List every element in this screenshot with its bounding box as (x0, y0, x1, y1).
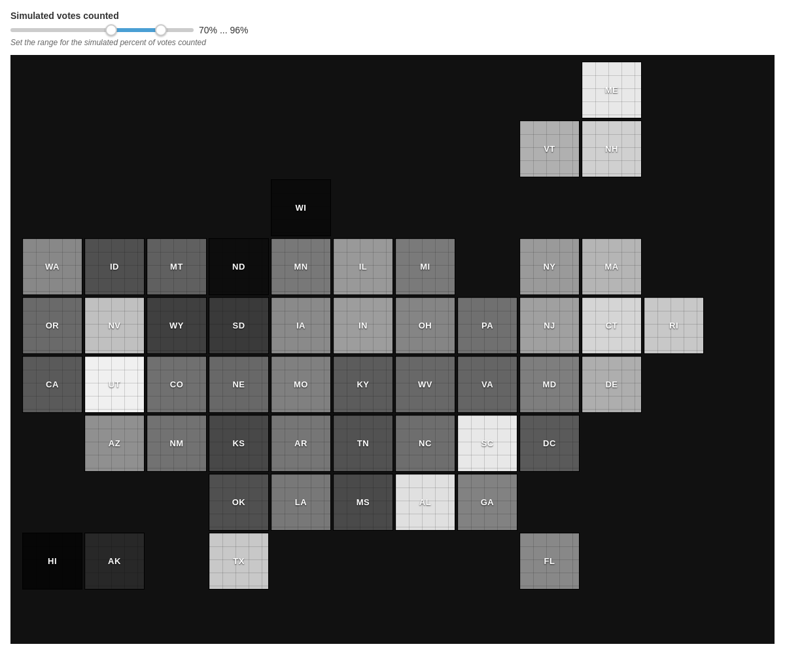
state-label-de: DE (605, 380, 618, 389)
state-ut[interactable]: UT (84, 356, 145, 413)
state-de[interactable]: DE (582, 356, 642, 413)
state-ct[interactable]: CT (582, 297, 642, 354)
state-label-ks: KS (232, 438, 245, 448)
state-label-la: LA (295, 497, 307, 507)
controls-title: Simulated votes counted (10, 10, 775, 21)
state-mo[interactable]: MO (271, 356, 331, 413)
state-label-mt: MT (170, 262, 183, 272)
state-label-nd: ND (232, 262, 245, 272)
state-label-nm: NM (169, 438, 183, 448)
state-ma[interactable]: MA (582, 238, 642, 295)
state-nv[interactable]: NV (84, 297, 145, 354)
state-md[interactable]: MD (519, 356, 580, 413)
state-label-ca: CA (46, 380, 59, 389)
state-wy[interactable]: WY (147, 297, 207, 354)
slider-thumb-right[interactable] (155, 24, 167, 36)
state-wi[interactable]: WI (271, 179, 331, 236)
state-mt[interactable]: MT (147, 238, 207, 295)
state-ar[interactable]: AR (271, 415, 331, 472)
slider-thumb-left[interactable] (105, 24, 117, 36)
state-label-nc: NC (419, 438, 432, 448)
state-ky[interactable]: KY (333, 356, 393, 413)
state-nm[interactable]: NM (147, 415, 207, 472)
controls-section: Simulated votes counted 70% ... 96% Set … (10, 10, 775, 47)
state-oh[interactable]: OH (395, 297, 455, 354)
state-label-fl: FL (544, 556, 555, 566)
state-label-wa: WA (45, 262, 60, 272)
state-label-ar: AR (294, 438, 307, 448)
map-container: MEVTNHWIWAIDMTNDMNILMINYMAORNVWYSDIAINOH… (10, 55, 775, 644)
state-label-nv: NV (108, 321, 120, 330)
state-or[interactable]: OR (22, 297, 82, 354)
state-label-ky: KY (357, 380, 369, 389)
state-label-oh: OH (419, 321, 432, 330)
state-label-ma: MA (604, 262, 618, 272)
state-label-hi: HI (48, 556, 57, 566)
state-la[interactable]: LA (271, 474, 331, 531)
state-me[interactable]: ME (582, 62, 642, 118)
state-hi[interactable]: HI (22, 533, 82, 590)
state-label-pa: PA (481, 321, 493, 330)
state-az[interactable]: AZ (84, 415, 145, 472)
state-mn[interactable]: MN (271, 238, 331, 295)
controls-description: Set the range for the simulated percent … (10, 38, 775, 47)
slider-row: 70% ... 96% (10, 25, 775, 35)
state-label-va: VA (481, 380, 493, 389)
state-wa[interactable]: WA (22, 238, 82, 295)
state-ms[interactable]: MS (333, 474, 393, 531)
state-nj[interactable]: NJ (519, 297, 580, 354)
state-il[interactable]: IL (333, 238, 393, 295)
state-label-nh: NH (605, 144, 618, 154)
state-nh[interactable]: NH (582, 120, 642, 177)
state-label-ia: IA (296, 321, 305, 330)
state-label-in: IN (358, 321, 368, 330)
state-ga[interactable]: GA (457, 474, 517, 531)
state-nd[interactable]: ND (209, 238, 269, 295)
state-sd[interactable]: SD (209, 297, 269, 354)
state-label-tn: TN (357, 438, 369, 448)
state-label-sd: SD (232, 321, 245, 330)
state-id[interactable]: ID (84, 238, 145, 295)
slider-value-display: 70% ... 96% (199, 25, 249, 35)
state-ok[interactable]: OK (209, 474, 269, 531)
state-label-mi: MI (420, 262, 430, 272)
state-label-dc: DC (543, 438, 556, 448)
state-label-id: ID (110, 262, 119, 272)
state-label-ak: AK (108, 556, 121, 566)
state-ny[interactable]: NY (519, 238, 580, 295)
state-wv[interactable]: WV (395, 356, 455, 413)
state-nc[interactable]: NC (395, 415, 455, 472)
state-label-sc: SC (481, 438, 493, 448)
state-ia[interactable]: IA (271, 297, 331, 354)
state-ri[interactable]: RI (644, 297, 704, 354)
state-label-ut: UT (109, 380, 120, 389)
state-label-co: CO (170, 380, 184, 389)
state-sc[interactable]: SC (457, 415, 517, 472)
state-tx[interactable]: TX (209, 533, 269, 590)
state-dc[interactable]: DC (519, 415, 580, 472)
state-ne[interactable]: NE (209, 356, 269, 413)
state-label-mn: MN (294, 262, 307, 272)
state-vt[interactable]: VT (519, 120, 580, 177)
state-label-il: IL (359, 262, 368, 272)
state-tn[interactable]: TN (333, 415, 393, 472)
state-label-al: AL (419, 497, 431, 507)
state-fl[interactable]: FL (519, 533, 580, 590)
state-ak[interactable]: AK (84, 533, 145, 590)
slider-fill (111, 28, 161, 32)
state-label-az: AZ (109, 438, 120, 448)
state-label-ms: MS (357, 497, 370, 507)
state-pa[interactable]: PA (457, 297, 517, 354)
state-in[interactable]: IN (333, 297, 393, 354)
state-label-ri: RI (669, 321, 678, 330)
state-mi[interactable]: MI (395, 238, 455, 295)
state-ks[interactable]: KS (209, 415, 269, 472)
state-al[interactable]: AL (395, 474, 455, 531)
state-ca[interactable]: CA (22, 356, 82, 413)
state-co[interactable]: CO (147, 356, 207, 413)
slider-track[interactable] (10, 28, 194, 32)
state-label-mo: MO (294, 380, 308, 389)
state-label-ne: NE (232, 380, 245, 389)
state-label-ok: OK (232, 497, 246, 507)
state-va[interactable]: VA (457, 356, 517, 413)
